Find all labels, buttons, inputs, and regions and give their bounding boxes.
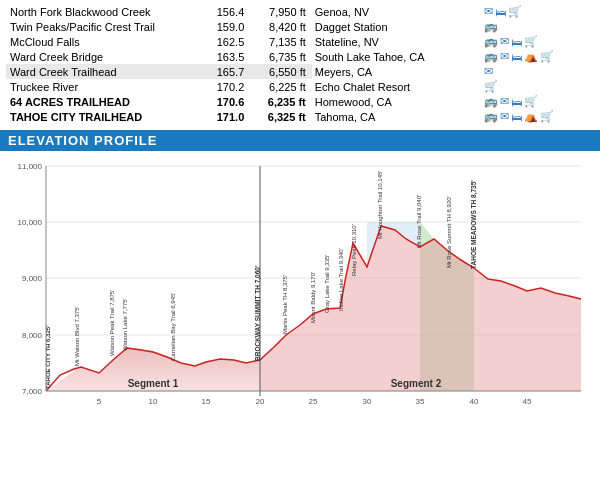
- cart-icon: 🛒: [524, 35, 538, 48]
- left-waypoints-table: North Fork Blackwood Creek 156.4 7,950 f…: [6, 4, 312, 124]
- service-icons: 🚌✉🛏🛒: [481, 34, 594, 49]
- waypoint-name: North Fork Blackwood Creek: [6, 4, 202, 19]
- right-table-row: Genoa, NV ✉🛏🛒: [312, 4, 594, 19]
- service-icons: ✉🛏🛒: [481, 4, 594, 19]
- svg-text:11,000: 11,000: [18, 162, 43, 171]
- svg-text:10: 10: [149, 397, 158, 406]
- service-icons: 🚌✉🛏⛺🛒: [481, 49, 594, 64]
- left-table-row: Ward Creek Trailhead 165.7 6,550 ft: [6, 64, 312, 79]
- svg-text:Watson Peak Trail 7,875': Watson Peak Trail 7,875': [109, 290, 115, 356]
- waypoint-miles: 171.0: [202, 109, 250, 124]
- service-name: Genoa, NV: [312, 4, 482, 19]
- mail-icon: ✉: [484, 65, 493, 78]
- bed-icon: 🛏: [495, 6, 506, 18]
- waypoint-elevation: 8,420 ft: [250, 19, 312, 34]
- waypoint-name: Twin Peaks/Pacific Crest Trail: [6, 19, 202, 34]
- cart-icon: 🛒: [524, 95, 538, 108]
- mail-icon: ✉: [500, 50, 509, 63]
- waypoint-elevation: 6,225 ft: [250, 79, 312, 94]
- left-table-row: McCloud Falls 162.5 7,135 ft: [6, 34, 312, 49]
- waypoint-elevation: 6,735 ft: [250, 49, 312, 64]
- service-name: Echo Chalet Resort: [312, 79, 482, 94]
- svg-text:Carnelian Bay Trail 6,945': Carnelian Bay Trail 6,945': [170, 292, 176, 361]
- tent-icon: ⛺: [524, 110, 538, 123]
- svg-text:20: 20: [256, 397, 265, 406]
- svg-text:Mt Houghton Trail 10,145': Mt Houghton Trail 10,145': [377, 170, 383, 239]
- waypoint-miles: 156.4: [202, 4, 250, 19]
- service-name: Homewood, CA: [312, 94, 482, 109]
- cart-icon: 🛒: [484, 80, 498, 93]
- right-table-row: South Lake Tahoe, CA 🚌✉🛏⛺🛒: [312, 49, 594, 64]
- bed-icon: 🛏: [511, 51, 522, 63]
- top-section: North Fork Blackwood Creek 156.4 7,950 f…: [0, 0, 600, 128]
- svg-text:Mt Watson Blvd 7,375': Mt Watson Blvd 7,375': [74, 306, 80, 366]
- waypoint-miles: 159.0: [202, 19, 250, 34]
- waypoint-name: Ward Creek Bridge: [6, 49, 202, 64]
- bus-icon: 🚌: [484, 50, 498, 63]
- cart-icon: 🛒: [508, 5, 522, 18]
- bus-icon: 🚌: [484, 110, 498, 123]
- segment2-fill: [260, 226, 581, 391]
- right-table-row: Echo Chalet Resort 🛒: [312, 79, 594, 94]
- svg-text:Mount Baldy 9,170': Mount Baldy 9,170': [310, 272, 316, 323]
- service-icons: 🚌✉🛏🛒: [481, 94, 594, 109]
- bed-icon: 🛏: [511, 111, 522, 123]
- svg-text:Incline Lake Trail 9,340': Incline Lake Trail 9,340': [338, 248, 344, 311]
- waypoint-name: Ward Creek Trailhead: [6, 64, 202, 79]
- service-name: Meyers, CA: [312, 64, 482, 79]
- right-table-row: Meyers, CA ✉: [312, 64, 594, 79]
- left-table-row: Truckee River 170.2 6,225 ft: [6, 79, 312, 94]
- right-services-table: Genoa, NV ✉🛏🛒 Dagget Station 🚌 Stateline…: [312, 4, 594, 124]
- service-name: South Lake Tahoe, CA: [312, 49, 482, 64]
- svg-text:30: 30: [363, 397, 372, 406]
- svg-text:35: 35: [416, 397, 425, 406]
- waypoint-miles: 163.5: [202, 49, 250, 64]
- svg-text:10,000: 10,000: [18, 218, 43, 227]
- waypoint-elevation: 6,550 ft: [250, 64, 312, 79]
- left-table-row: North Fork Blackwood Creek 156.4 7,950 f…: [6, 4, 312, 19]
- mail-icon: ✉: [500, 95, 509, 108]
- left-table-row: Twin Peaks/Pacific Crest Trail 159.0 8,4…: [6, 19, 312, 34]
- waypoint-name: TAHOE CITY TRAILHEAD: [6, 109, 202, 124]
- bus-icon: 🚌: [484, 35, 498, 48]
- tent-icon: ⛺: [524, 50, 538, 63]
- waypoint-elevation: 7,135 ft: [250, 34, 312, 49]
- waypoint-elevation: 6,325 ft: [250, 109, 312, 124]
- right-table-row: Homewood, CA 🚌✉🛏🛒: [312, 94, 594, 109]
- svg-text:Watson Lake 7,775': Watson Lake 7,775': [122, 298, 128, 351]
- service-name: Tahoma, CA: [312, 109, 482, 124]
- waypoint-name: 64 ACRES TRAILHEAD: [6, 94, 202, 109]
- waypoint-elevation: 6,235 ft: [250, 94, 312, 109]
- cart-icon: 🛒: [540, 110, 554, 123]
- elevation-label: ELEVATION PROFILE: [8, 133, 157, 148]
- mail-icon: ✉: [500, 110, 509, 123]
- svg-text:15: 15: [202, 397, 211, 406]
- waypoint-name: McCloud Falls: [6, 34, 202, 49]
- svg-text:25: 25: [309, 397, 318, 406]
- service-icons: 🚌✉🛏⛺🛒: [481, 109, 594, 124]
- svg-text:Martis Peak TH 8,375': Martis Peak TH 8,375': [282, 275, 288, 334]
- svg-text:7,000: 7,000: [22, 387, 43, 396]
- right-table-row: Tahoma, CA 🚌✉🛏⛺🛒: [312, 109, 594, 124]
- left-table-row: 64 ACRES TRAILHEAD 170.6 6,235 ft: [6, 94, 312, 109]
- bus-icon: 🚌: [484, 20, 498, 33]
- svg-text:Mt Rose Summit TH 8,920': Mt Rose Summit TH 8,920': [446, 196, 452, 268]
- service-icons: ✉: [481, 64, 594, 79]
- svg-text:Relay Peak 10,310': Relay Peak 10,310': [351, 224, 357, 276]
- waypoint-elevation: 7,950 ft: [250, 4, 312, 19]
- svg-text:Mt Rose Trail 9,040': Mt Rose Trail 9,040': [416, 195, 422, 248]
- right-table-row: Stateline, NV 🚌✉🛏🛒: [312, 34, 594, 49]
- cart-icon: 🛒: [540, 50, 554, 63]
- left-table-row: Ward Creek Bridge 163.5 6,735 ft: [6, 49, 312, 64]
- svg-text:BROCKWAY SUMMIT TH 7,060': BROCKWAY SUMMIT TH 7,060': [254, 265, 262, 361]
- svg-text:9,000: 9,000: [22, 274, 43, 283]
- svg-text:Gray Lake Trail 9,335': Gray Lake Trail 9,335': [324, 254, 330, 313]
- svg-text:Segment 2: Segment 2: [391, 378, 442, 389]
- bed-icon: 🛏: [511, 96, 522, 108]
- svg-text:40: 40: [470, 397, 479, 406]
- mail-icon: ✉: [484, 5, 493, 18]
- svg-text:5: 5: [97, 397, 102, 406]
- waypoint-miles: 170.2: [202, 79, 250, 94]
- elevation-profile-container: 11,000 10,000 9,000 8,000 7,000 5 10 15 …: [0, 151, 600, 441]
- waypoint-miles: 170.6: [202, 94, 250, 109]
